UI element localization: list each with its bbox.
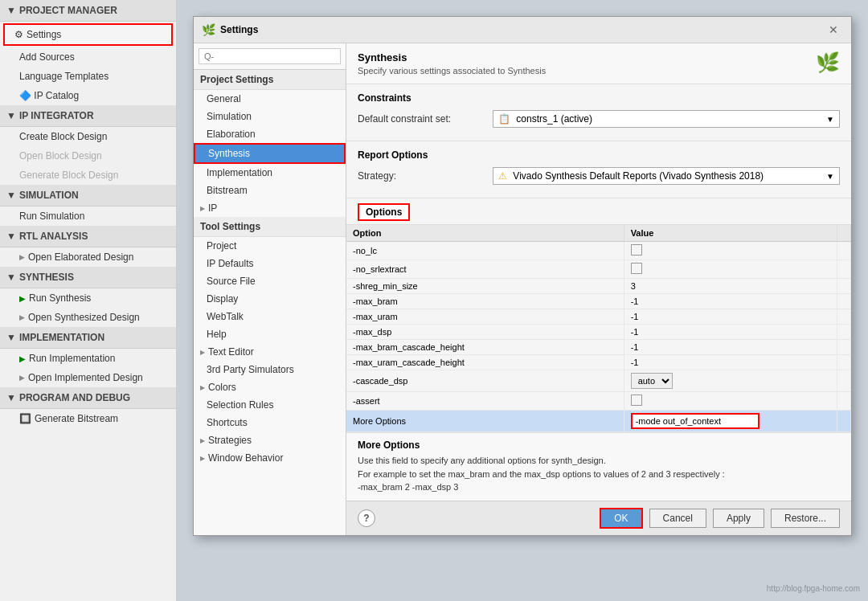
tree-item-bitstream[interactable]: Bitstream (194, 182, 346, 199)
tree-item-synthesis[interactable]: Synthesis (194, 143, 346, 164)
tree-item-label: General (207, 93, 241, 104)
more-options-input[interactable] (631, 413, 760, 429)
tree-item-colors[interactable]: Colors (194, 378, 346, 396)
search-input[interactable] (199, 48, 341, 64)
option-value: -1 (624, 355, 837, 370)
tree-item-label: Help (207, 329, 227, 340)
table-row: -max_uram_cascade_height -1 (346, 355, 851, 370)
ok-button[interactable]: OK (600, 508, 642, 529)
sidebar-item-run-synthesis[interactable]: ▶ Run Synthesis (0, 288, 176, 308)
tree-item-source-file[interactable]: Source File (194, 272, 346, 290)
sidebar-item-label: Open Implemented Design (28, 372, 143, 383)
options-table: Option Value -no_lc (346, 225, 851, 432)
tree-item-elaboration[interactable]: Elaboration (194, 125, 346, 143)
tree-item-strategies[interactable]: Strategies (194, 431, 346, 449)
tree-item-label: Text Editor (208, 346, 254, 358)
dropdown-arrow-icon: ▼ (826, 172, 834, 181)
table-row: -shreg_min_size 3 (346, 279, 851, 294)
sidebar-item-run-simulation[interactable]: Run Simulation (0, 206, 176, 226)
tree-item-ip[interactable]: IP (194, 199, 346, 217)
more-options-desc3: -max_bram 2 -max_dsp 3 (358, 480, 840, 494)
sidebar-item-create-block-design[interactable]: Create Block Design (0, 127, 176, 146)
dialog-close-button[interactable]: ✕ (824, 22, 843, 38)
tree-item-window-behavior[interactable]: Window Behavior (194, 449, 346, 467)
sidebar-item-generate-bitstream[interactable]: 🔲 Generate Bitstream (0, 409, 176, 428)
sidebar-item-label: IP Catalog (34, 90, 79, 101)
constraints-form-row: Default constraint set: 📋 constrs_1 (act… (358, 110, 840, 128)
sidebar-item-ip-catalog[interactable]: 🔷 IP Catalog (0, 86, 176, 105)
sidebar-item-settings[interactable]: ⚙ Settings (3, 23, 173, 46)
sidebar-item-label: Open Elaborated Design (28, 251, 133, 263)
help-button[interactable]: ? (358, 509, 375, 527)
tree-section-tool-settings[interactable]: Tool Settings (194, 217, 346, 237)
sidebar-section-rtl-analysis[interactable]: ▼ RTL ANALYSIS (0, 226, 176, 247)
row-scrollbar (837, 325, 851, 340)
col-header-value: Value (624, 225, 837, 242)
tree-item-webtalk[interactable]: WebTalk (194, 308, 346, 325)
option-value: -1 (624, 309, 837, 325)
checkbox-no-srlextract[interactable] (631, 263, 642, 274)
tree-item-label: Source File (207, 276, 256, 287)
apply-button[interactable]: Apply (713, 509, 764, 528)
option-name: More Options (346, 411, 624, 432)
dialog-title-icon: 🌿 (202, 23, 215, 36)
constraints-select-value: constrs_1 (active) (516, 113, 592, 125)
options-header: Options (346, 198, 851, 225)
tree-item-project[interactable]: Project (194, 237, 346, 255)
section-label: SIMULATION (19, 190, 79, 201)
strategy-select[interactable]: ⚠ Vivado Synthesis Default Reports (Viva… (493, 167, 840, 185)
tree-item-ip-defaults[interactable]: IP Defaults (194, 255, 346, 272)
tree-item-3rd-party-simulators[interactable]: 3rd Party Simulators (194, 361, 346, 378)
option-name: -cascade_dsp (346, 370, 624, 392)
strategy-label: Strategy: (358, 170, 486, 182)
tree-item-help[interactable]: Help (194, 325, 346, 343)
tree-item-general[interactable]: General (194, 90, 346, 108)
sidebar-section-program-debug[interactable]: ▼ PROGRAM AND DEBUG (0, 387, 176, 409)
sidebar-item-open-synthesized-design[interactable]: ▶ Open Synthesized Design (0, 308, 176, 327)
main-area: 🌿 Settings ✕ Project Settings Gene (177, 0, 868, 601)
cancel-button[interactable]: Cancel (649, 509, 706, 528)
option-value: -1 (624, 340, 837, 355)
option-value: -1 (624, 294, 837, 309)
constraints-select[interactable]: 📋 constrs_1 (active) ▼ (493, 110, 840, 128)
sidebar-item-open-implemented-design[interactable]: ▶ Open Implemented Design (0, 368, 176, 387)
sidebar-item-run-implementation[interactable]: ▶ Run Implementation (0, 349, 176, 368)
restore-button[interactable]: Restore... (771, 509, 840, 528)
sidebar-item-label: Run Implementation (29, 353, 115, 364)
dialog-body: Project Settings General Simulation Elab… (194, 43, 851, 535)
vivado-logo: 🌿 (816, 51, 840, 74)
cascade-dsp-select[interactable]: auto (631, 373, 673, 389)
options-scroll-area[interactable]: Option Value -no_lc (346, 225, 851, 432)
tree-item-shortcuts[interactable]: Shortcuts (194, 414, 346, 431)
sidebar-section-simulation[interactable]: ▼ SIMULATION (0, 185, 176, 206)
sidebar-item-add-sources[interactable]: Add Sources (0, 47, 176, 67)
tree-section-project-settings[interactable]: Project Settings (194, 70, 346, 90)
tree-item-label: IP Defaults (207, 258, 253, 269)
sidebar-item-open-elaborated-design[interactable]: ▶ Open Elaborated Design (0, 247, 176, 267)
right-header-info: Synthesis Specify various settings assoc… (358, 51, 546, 76)
collapse-arrow: ▼ (6, 190, 16, 201)
tree-item-text-editor[interactable]: Text Editor (194, 343, 346, 361)
sidebar-item-language-templates[interactable]: Language Templates (0, 67, 176, 86)
play-icon: ▶ (19, 294, 26, 303)
sidebar-section-implementation[interactable]: ▼ IMPLEMENTATION (0, 327, 176, 349)
sidebar-section-ip-integrator[interactable]: ▼ IP INTEGRATOR (0, 105, 176, 127)
constraints-label: Default constraint set: (358, 113, 486, 125)
tree-section-label: Project Settings (200, 74, 273, 85)
tree-item-implementation[interactable]: Implementation (194, 164, 346, 182)
sidebar-section-synthesis[interactable]: ▼ SYNTHESIS (0, 267, 176, 288)
tree-item-label: Implementation (207, 167, 272, 178)
sidebar-item-label: Add Sources (19, 51, 75, 63)
checkbox-assert[interactable] (631, 395, 642, 406)
checkbox-no-lc[interactable] (631, 244, 642, 256)
table-row: -no_srlextract (346, 260, 851, 279)
sidebar-section-project-manager[interactable]: ▼ PROJECT MANAGER (0, 0, 176, 22)
tree-item-simulation[interactable]: Simulation (194, 108, 346, 125)
sidebar-item-label: Generate Bitstream (35, 413, 118, 424)
tree-item-selection-rules[interactable]: Selection Rules (194, 396, 346, 414)
tree-item-label: Elaboration (207, 129, 256, 140)
tree-item-label: IP (208, 202, 217, 214)
sidebar-item-label: Generate Block Design (19, 170, 118, 181)
tree-item-display[interactable]: Display (194, 290, 346, 308)
option-value (624, 260, 837, 279)
